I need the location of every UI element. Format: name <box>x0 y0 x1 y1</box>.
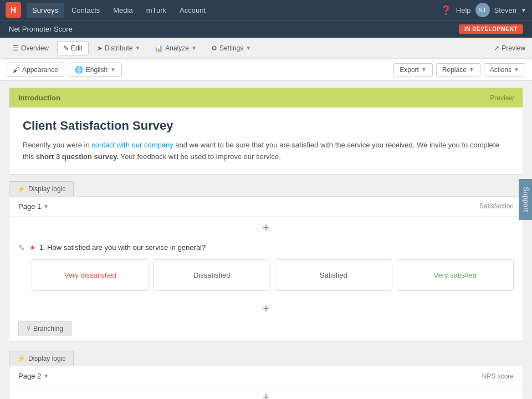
appearance-icon: 🖌 <box>13 66 19 74</box>
question-1-text: ★ 1. How satisfied are you with our serv… <box>29 242 206 253</box>
edit-toolbar: ☰ Overview ✎ Edit ➤ Distribute ▼ 📊 Analy… <box>0 38 532 59</box>
page-2-card: Page 2 ▼ NPS score ＋ <box>9 366 523 399</box>
status-badge: IN DEVELOPMENT <box>459 24 523 34</box>
branching-tab-container: ⑂ Branching <box>9 319 523 341</box>
analyze-button[interactable]: 📊 Analyze ▼ <box>149 41 203 55</box>
page-1-card: Page 1 ▼ Satisfaction ＋ ✎ ★ 1. How satis… <box>9 196 523 342</box>
display-logic-tab-1[interactable]: ⚡ Display logic <box>9 181 74 196</box>
distribute-icon: ➤ <box>97 44 103 52</box>
toolbar2-right: Export ▼ Replace ▼ Actions ▼ <box>393 63 525 76</box>
required-indicator: ★ <box>29 243 36 252</box>
content-area: Introduction Preview Client Satisfaction… <box>0 81 532 399</box>
display-logic-icon-1: ⚡ <box>17 185 25 193</box>
survey-heading: Client Satisfaction Survey <box>23 119 509 133</box>
overview-icon: ☰ <box>13 44 19 52</box>
edit-icon: ✎ <box>63 44 69 52</box>
survey-title-bar: Net Promoter Score IN DEVELOPMENT <box>0 20 532 38</box>
intro-link[interactable]: contact with our company <box>91 141 173 149</box>
branching-icon: ⑂ <box>27 325 30 332</box>
add-question-bottom-button[interactable]: ＋ <box>9 298 523 319</box>
nav-media[interactable]: Media <box>108 3 138 18</box>
top-navigation: H Surveys Contacts Media mTurk Account ❓… <box>0 0 532 20</box>
globe-icon: 🌐 <box>75 66 83 74</box>
preview-button[interactable]: ↗ Preview <box>494 44 525 52</box>
intro-description: Recently you were in contact with our co… <box>23 140 509 163</box>
nav-surveys[interactable]: Surveys <box>27 3 64 18</box>
settings-icon: ⚙ <box>211 44 217 52</box>
nav-mturk[interactable]: mTurk <box>141 3 172 18</box>
support-button[interactable]: Support <box>519 179 532 220</box>
analyze-icon: 📊 <box>155 44 163 52</box>
page-1-header: Page 1 ▼ Satisfaction <box>9 197 523 217</box>
display-logic-icon-2: ⚡ <box>17 355 25 362</box>
choice-satisfied[interactable]: Satisfied <box>275 259 392 291</box>
intro-body: Client Satisfaction Survey Recently you … <box>9 108 523 174</box>
preview-icon: ↗ <box>494 44 499 52</box>
export-button[interactable]: Export ▼ <box>393 63 433 76</box>
overview-button[interactable]: ☰ Overview <box>7 41 55 55</box>
add-question-page2-button[interactable]: ＋ <box>9 386 523 399</box>
secondary-toolbar: 🖌 Appearance 🌐 English ▼ Export ▼ Replac… <box>0 59 532 81</box>
appearance-button[interactable]: 🖌 Appearance <box>7 63 64 77</box>
page-2-section-label: NPS score <box>482 372 514 380</box>
nav-account[interactable]: Account <box>174 3 211 18</box>
page-2-selector[interactable]: Page 2 ▼ <box>18 372 49 380</box>
answer-choices: Very dissatisfied Dissatisfied Satisfied… <box>9 257 523 298</box>
top-nav-right: ❓ Help ST Steven ▼ <box>441 3 526 17</box>
page-2-header: Page 2 ▼ NPS score <box>9 366 523 386</box>
edit-button[interactable]: ✎ Edit <box>57 41 89 55</box>
toolbar-right: ↗ Preview <box>494 44 525 52</box>
introduction-card: Introduction Preview Client Satisfaction… <box>9 88 523 175</box>
choice-very-satisfied[interactable]: Very satisfied <box>397 259 514 291</box>
avatar: ST <box>475 3 490 17</box>
branching-tab[interactable]: ⑂ Branching <box>18 321 71 336</box>
survey-title: Net Promoter Score <box>9 25 73 33</box>
choice-very-dissatisfied[interactable]: Very dissatisfied <box>32 259 149 291</box>
help-button[interactable]: Help <box>456 6 471 14</box>
intro-header-title: Introduction <box>18 94 60 102</box>
app-logo[interactable]: H <box>6 2 21 18</box>
user-menu[interactable]: Steven <box>494 6 516 14</box>
add-question-top-button[interactable]: ＋ <box>9 217 523 238</box>
page-1-section-label: Satisfaction <box>479 202 514 210</box>
nav-contacts[interactable]: Contacts <box>66 3 105 18</box>
replace-button[interactable]: Replace ▼ <box>436 63 480 76</box>
question-1-row: ✎ ★ 1. How satisfied are you with our se… <box>9 238 523 258</box>
question-edit-icon[interactable]: ✎ <box>18 243 25 252</box>
intro-preview-link[interactable]: Preview <box>490 94 514 102</box>
page-1-selector[interactable]: Page 1 ▼ <box>18 202 49 211</box>
settings-button[interactable]: ⚙ Settings ▼ <box>205 41 257 55</box>
language-button[interactable]: 🌐 English ▼ <box>69 63 122 77</box>
actions-button[interactable]: Actions ▼ <box>484 63 525 76</box>
choice-dissatisfied[interactable]: Dissatisfied <box>154 259 271 291</box>
display-logic-tab-row-2: ⚡ Display logic <box>9 351 523 366</box>
distribute-button[interactable]: ➤ Distribute ▼ <box>91 41 147 55</box>
display-logic-tab-2[interactable]: ⚡ Display logic <box>9 351 74 366</box>
display-logic-tab-row-1: ⚡ Display logic <box>9 181 523 196</box>
intro-header: Introduction Preview <box>9 88 523 108</box>
